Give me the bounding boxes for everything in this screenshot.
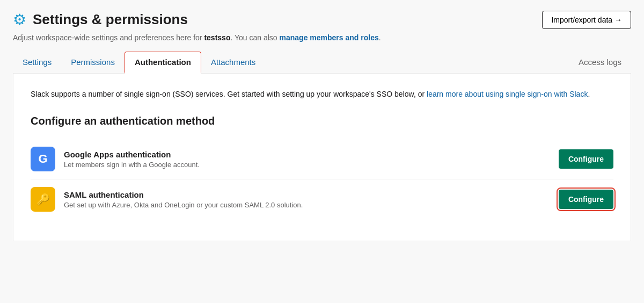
tab-access-logs[interactable]: Access logs xyxy=(569,52,631,74)
tab-attachments[interactable]: Attachments xyxy=(201,52,265,74)
google-configure-button[interactable]: Configure xyxy=(559,149,613,169)
workspace-name: testsso xyxy=(204,33,230,42)
saml-auth-name: SAML authentication xyxy=(64,190,550,199)
auth-item-saml: 🔑 SAML authentication Get set up with Az… xyxy=(31,179,613,219)
main-content: Slack supports a number of single sign-o… xyxy=(13,74,631,241)
saml-auth-desc: Get set up with Azure, Okta and OneLogin… xyxy=(64,201,550,209)
subtitle: Adjust workspace-wide settings and prefe… xyxy=(13,33,631,42)
tab-permissions[interactable]: Permissions xyxy=(61,52,125,74)
sso-desc-text-1: Slack supports a number of single sign-o… xyxy=(31,90,427,98)
google-auth-icon: G xyxy=(31,147,55,171)
sso-desc-text-2: . xyxy=(588,90,590,98)
subtitle-prefix: Adjust workspace-wide settings and prefe… xyxy=(13,33,204,42)
subtitle-middle: . You can also xyxy=(230,33,279,42)
title-group: ⚙ Settings & permissions xyxy=(13,11,188,28)
saml-configure-button[interactable]: Configure xyxy=(559,190,613,209)
auth-item-google: G Google Apps authentication Let members… xyxy=(31,139,613,179)
header-row: ⚙ Settings & permissions Import/export d… xyxy=(13,11,631,29)
page-title: Settings & permissions xyxy=(33,11,188,28)
subtitle-suffix: . xyxy=(379,33,381,42)
import-export-button[interactable]: Import/export data → xyxy=(542,11,631,29)
saml-auth-icon: 🔑 xyxy=(31,187,55,212)
sso-learn-more-link[interactable]: learn more about using single sign-on wi… xyxy=(427,90,588,98)
tab-settings[interactable]: Settings xyxy=(13,52,61,74)
tabs-row: Settings Permissions Authentication Atta… xyxy=(13,52,631,74)
section-title: Configure an authentication method xyxy=(31,115,613,127)
gear-icon: ⚙ xyxy=(13,11,26,28)
google-auth-desc: Let members sign in with a Google accoun… xyxy=(64,161,550,169)
google-icon-label: G xyxy=(38,152,47,166)
sso-description: Slack supports a number of single sign-o… xyxy=(31,89,613,100)
google-auth-info: Google Apps authentication Let members s… xyxy=(64,150,550,169)
saml-auth-info: SAML authentication Get set up with Azur… xyxy=(64,190,550,209)
page-wrapper: ⚙ Settings & permissions Import/export d… xyxy=(0,0,644,252)
manage-members-link[interactable]: manage members and roles xyxy=(280,33,379,42)
tab-authentication[interactable]: Authentication xyxy=(125,52,201,74)
saml-key-icon: 🔑 xyxy=(36,193,50,206)
google-auth-name: Google Apps authentication xyxy=(64,150,550,159)
